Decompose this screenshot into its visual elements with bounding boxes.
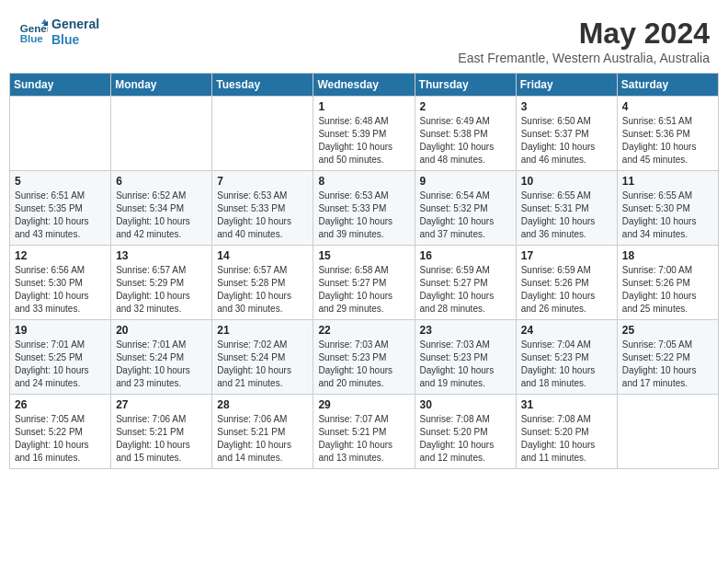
calendar-day-cell: 30Sunrise: 7:08 AM Sunset: 5:20 PM Dayli… xyxy=(415,395,516,469)
day-number: 1 xyxy=(318,100,409,113)
day-info: Sunrise: 6:54 AM Sunset: 5:32 PM Dayligh… xyxy=(420,190,511,241)
day-info: Sunrise: 6:56 AM Sunset: 5:30 PM Dayligh… xyxy=(15,264,106,316)
day-info: Sunrise: 6:59 AM Sunset: 5:26 PM Dayligh… xyxy=(521,264,612,316)
calendar-day-cell: 29Sunrise: 7:07 AM Sunset: 5:21 PM Dayli… xyxy=(313,395,415,469)
calendar-day-cell: 19Sunrise: 7:01 AM Sunset: 5:25 PM Dayli… xyxy=(10,320,111,395)
month-title: May 2024 xyxy=(458,17,710,51)
day-number: 13 xyxy=(116,249,207,262)
logo-line2: Blue xyxy=(51,32,99,48)
calendar-day-cell: 24Sunrise: 7:04 AM Sunset: 5:23 PM Dayli… xyxy=(516,320,617,395)
calendar-day-cell: 8Sunrise: 6:53 AM Sunset: 5:33 PM Daylig… xyxy=(313,171,415,246)
calendar-day-cell: 6Sunrise: 6:52 AM Sunset: 5:34 PM Daylig… xyxy=(111,171,212,246)
logo-icon: General Blue xyxy=(18,17,48,47)
day-number: 12 xyxy=(15,249,106,262)
calendar-day-cell: 28Sunrise: 7:06 AM Sunset: 5:21 PM Dayli… xyxy=(212,395,313,469)
weekday-header-cell: Saturday xyxy=(617,74,718,97)
day-number: 2 xyxy=(420,100,511,113)
weekday-header-row: SundayMondayTuesdayWednesdayThursdayFrid… xyxy=(10,74,719,97)
calendar-day-cell: 31Sunrise: 7:08 AM Sunset: 5:20 PM Dayli… xyxy=(516,395,617,469)
day-info: Sunrise: 7:04 AM Sunset: 5:23 PM Dayligh… xyxy=(521,339,612,390)
day-number: 25 xyxy=(622,324,713,337)
day-number: 3 xyxy=(521,100,612,113)
svg-text:Blue: Blue xyxy=(20,32,44,43)
calendar-day-cell: 7Sunrise: 6:53 AM Sunset: 5:33 PM Daylig… xyxy=(212,171,313,246)
day-info: Sunrise: 6:52 AM Sunset: 5:34 PM Dayligh… xyxy=(116,190,207,241)
calendar-day-cell: 17Sunrise: 6:59 AM Sunset: 5:26 PM Dayli… xyxy=(516,246,617,320)
day-number: 20 xyxy=(116,324,207,337)
calendar-week-row: 5Sunrise: 6:51 AM Sunset: 5:35 PM Daylig… xyxy=(10,171,719,246)
day-number: 7 xyxy=(217,175,308,188)
day-info: Sunrise: 7:02 AM Sunset: 5:24 PM Dayligh… xyxy=(217,339,308,390)
calendar-day-cell: 26Sunrise: 7:05 AM Sunset: 5:22 PM Dayli… xyxy=(10,395,111,469)
calendar-week-row: 26Sunrise: 7:05 AM Sunset: 5:22 PM Dayli… xyxy=(10,395,719,469)
weekday-header-cell: Sunday xyxy=(10,74,111,97)
day-info: Sunrise: 6:59 AM Sunset: 5:27 PM Dayligh… xyxy=(420,264,511,316)
calendar-day-cell xyxy=(10,97,111,171)
day-info: Sunrise: 6:51 AM Sunset: 5:35 PM Dayligh… xyxy=(15,190,106,241)
day-number: 22 xyxy=(318,324,409,337)
calendar-day-cell: 10Sunrise: 6:55 AM Sunset: 5:31 PM Dayli… xyxy=(516,171,617,246)
calendar-week-row: 19Sunrise: 7:01 AM Sunset: 5:25 PM Dayli… xyxy=(10,320,719,395)
weekday-header-cell: Wednesday xyxy=(313,74,415,97)
day-number: 17 xyxy=(521,249,612,262)
day-info: Sunrise: 7:03 AM Sunset: 5:23 PM Dayligh… xyxy=(420,339,511,390)
day-number: 19 xyxy=(15,324,106,337)
title-area: May 2024 East Fremantle, Western Austral… xyxy=(458,17,710,65)
day-number: 29 xyxy=(318,398,409,411)
day-number: 8 xyxy=(318,175,409,188)
calendar-day-cell: 16Sunrise: 6:59 AM Sunset: 5:27 PM Dayli… xyxy=(415,246,516,320)
calendar-table: SundayMondayTuesdayWednesdayThursdayFrid… xyxy=(9,73,719,469)
day-info: Sunrise: 6:57 AM Sunset: 5:29 PM Dayligh… xyxy=(116,264,207,316)
calendar-day-cell: 5Sunrise: 6:51 AM Sunset: 5:35 PM Daylig… xyxy=(10,171,111,246)
calendar-day-cell: 3Sunrise: 6:50 AM Sunset: 5:37 PM Daylig… xyxy=(516,97,617,171)
day-number: 18 xyxy=(622,249,713,262)
calendar-day-cell: 12Sunrise: 6:56 AM Sunset: 5:30 PM Dayli… xyxy=(10,246,111,320)
day-info: Sunrise: 7:05 AM Sunset: 5:22 PM Dayligh… xyxy=(622,339,713,390)
calendar-day-cell: 11Sunrise: 6:55 AM Sunset: 5:30 PM Dayli… xyxy=(617,171,718,246)
calendar-day-cell: 25Sunrise: 7:05 AM Sunset: 5:22 PM Dayli… xyxy=(617,320,718,395)
day-number: 10 xyxy=(521,175,612,188)
calendar-day-cell xyxy=(111,97,212,171)
calendar-day-cell xyxy=(212,97,313,171)
day-info: Sunrise: 7:00 AM Sunset: 5:26 PM Dayligh… xyxy=(622,264,713,316)
day-number: 31 xyxy=(521,398,612,411)
day-number: 5 xyxy=(15,175,106,188)
day-number: 28 xyxy=(217,398,308,411)
day-number: 30 xyxy=(420,398,511,411)
calendar-day-cell: 22Sunrise: 7:03 AM Sunset: 5:23 PM Dayli… xyxy=(313,320,415,395)
day-info: Sunrise: 7:08 AM Sunset: 5:20 PM Dayligh… xyxy=(521,413,612,465)
day-info: Sunrise: 6:55 AM Sunset: 5:31 PM Dayligh… xyxy=(521,190,612,241)
day-number: 14 xyxy=(217,249,308,262)
day-number: 16 xyxy=(420,249,511,262)
day-number: 21 xyxy=(217,324,308,337)
calendar-week-row: 12Sunrise: 6:56 AM Sunset: 5:30 PM Dayli… xyxy=(10,246,719,320)
weekday-header-cell: Friday xyxy=(516,74,617,97)
weekday-header-cell: Thursday xyxy=(415,74,516,97)
day-info: Sunrise: 7:08 AM Sunset: 5:20 PM Dayligh… xyxy=(420,413,511,465)
day-info: Sunrise: 6:57 AM Sunset: 5:28 PM Dayligh… xyxy=(217,264,308,316)
day-info: Sunrise: 7:01 AM Sunset: 5:24 PM Dayligh… xyxy=(116,339,207,390)
day-info: Sunrise: 6:50 AM Sunset: 5:37 PM Dayligh… xyxy=(521,115,612,167)
weekday-header-cell: Tuesday xyxy=(212,74,313,97)
day-info: Sunrise: 6:48 AM Sunset: 5:39 PM Dayligh… xyxy=(318,115,409,167)
calendar-day-cell: 2Sunrise: 6:49 AM Sunset: 5:38 PM Daylig… xyxy=(415,97,516,171)
day-info: Sunrise: 6:53 AM Sunset: 5:33 PM Dayligh… xyxy=(217,190,308,241)
day-info: Sunrise: 6:49 AM Sunset: 5:38 PM Dayligh… xyxy=(420,115,511,167)
calendar-day-cell: 20Sunrise: 7:01 AM Sunset: 5:24 PM Dayli… xyxy=(111,320,212,395)
weekday-header-cell: Monday xyxy=(111,74,212,97)
day-info: Sunrise: 6:53 AM Sunset: 5:33 PM Dayligh… xyxy=(318,190,409,241)
day-info: Sunrise: 7:05 AM Sunset: 5:22 PM Dayligh… xyxy=(15,413,106,465)
logo: General Blue General Blue xyxy=(18,17,99,48)
calendar-week-row: 1Sunrise: 6:48 AM Sunset: 5:39 PM Daylig… xyxy=(10,97,719,171)
day-info: Sunrise: 7:01 AM Sunset: 5:25 PM Dayligh… xyxy=(15,339,106,390)
day-number: 23 xyxy=(420,324,511,337)
day-number: 24 xyxy=(521,324,612,337)
day-info: Sunrise: 6:55 AM Sunset: 5:30 PM Dayligh… xyxy=(622,190,713,241)
location-title: East Fremantle, Western Australia, Austr… xyxy=(458,51,710,65)
day-number: 11 xyxy=(622,175,713,188)
calendar-body: 1Sunrise: 6:48 AM Sunset: 5:39 PM Daylig… xyxy=(10,97,719,469)
calendar-day-cell: 15Sunrise: 6:58 AM Sunset: 5:27 PM Dayli… xyxy=(313,246,415,320)
header: General Blue General Blue May 2024 East … xyxy=(9,9,719,69)
day-info: Sunrise: 6:58 AM Sunset: 5:27 PM Dayligh… xyxy=(318,264,409,316)
calendar-day-cell: 1Sunrise: 6:48 AM Sunset: 5:39 PM Daylig… xyxy=(313,97,415,171)
